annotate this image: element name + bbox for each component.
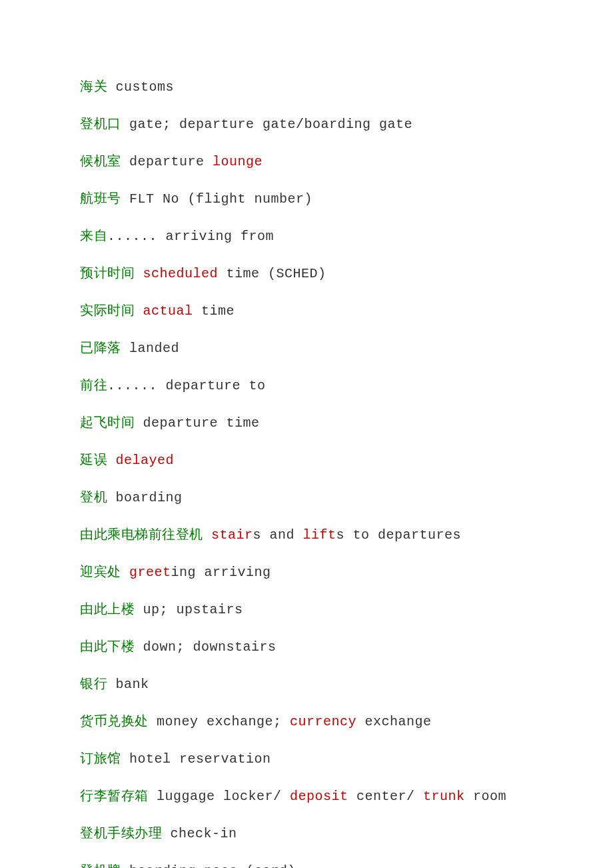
english-term <box>121 565 130 580</box>
chinese-term: 登机牌 <box>80 863 121 868</box>
english-term: s to departures <box>336 527 462 543</box>
english-term <box>107 453 116 468</box>
english-term: boarding pass (card) <box>121 863 297 868</box>
chinese-term: 订旅馆 <box>80 751 121 765</box>
highlighted-word: actual <box>143 303 193 319</box>
highlighted-word: trunk <box>423 789 465 804</box>
chinese-term: 行李暂存箱 <box>80 788 149 803</box>
chinese-term: 登机 <box>80 489 107 504</box>
chinese-term: 候机室 <box>80 153 121 168</box>
vocab-line: 前往...... departure to <box>80 375 533 395</box>
vocab-line: 登机口 gate; departure gate/boarding gate <box>80 114 533 134</box>
english-term: room <box>465 789 507 804</box>
chinese-term: 航班号 <box>80 191 121 205</box>
chinese-term: 海关 <box>80 79 107 93</box>
highlighted-word: scheduled <box>143 266 219 281</box>
vocab-line: 起飞时间 departure time <box>80 413 533 433</box>
highlighted-word: lounge <box>213 154 263 169</box>
highlighted-word: lift <box>303 527 336 543</box>
vocab-line: 延误 delayed <box>80 450 533 470</box>
highlighted-word: greet <box>129 565 171 580</box>
english-term: up; upstairs <box>135 602 243 617</box>
english-term: check-in <box>162 826 237 841</box>
english-term: time (SCHED) <box>218 266 326 281</box>
english-term: exchange <box>356 714 432 729</box>
english-term: hotel reservation <box>121 751 271 767</box>
vocab-line: 候机室 departure lounge <box>80 151 533 171</box>
vocab-line: 登机 boarding <box>80 487 533 507</box>
english-term: ...... departure to <box>107 378 266 393</box>
chinese-term: 登机手续办理 <box>80 825 162 840</box>
english-term: departure time <box>135 415 260 431</box>
highlighted-word: currency <box>290 714 356 729</box>
vocab-line: 实际时间 actual time <box>80 301 533 321</box>
vocab-line: 货币兑换处 money exchange; currency exchange <box>80 711 533 731</box>
vocab-line: 登机牌 boarding pass (card) <box>80 861 533 868</box>
vocab-line: 海关 customs <box>80 77 533 97</box>
vocab-line: 由此乘电梯前往登机 stairs and lifts to departures <box>80 525 533 545</box>
vocab-line: 预计时间 scheduled time (SCHED) <box>80 263 533 283</box>
english-term: boarding <box>107 490 183 505</box>
vocab-line: 由此下楼 down; downstairs <box>80 637 533 657</box>
vocab-line: 由此上楼 up; upstairs <box>80 599 533 619</box>
chinese-term: 由此上楼 <box>80 601 135 616</box>
chinese-term: 由此乘电梯前往登机 <box>80 527 203 541</box>
chinese-term: 前往 <box>80 377 107 392</box>
english-term: departure <box>121 154 213 169</box>
english-term: money exchange; <box>149 714 291 729</box>
vocab-line: 航班号 FLT No (flight number) <box>80 189 533 209</box>
vocab-line: 迎宾处 greeting arriving <box>80 562 533 582</box>
highlighted-word: delayed <box>116 453 175 468</box>
highlighted-word: deposit <box>290 789 348 804</box>
chinese-term: 预计时间 <box>80 265 135 280</box>
document-page: 海关 customs登机口 gate; departure gate/board… <box>0 0 613 868</box>
english-term: ing arriving <box>171 565 271 580</box>
english-term: s and <box>253 527 303 543</box>
vocab-line: 登机手续办理 check-in <box>80 823 533 843</box>
vocab-line: 行李暂存箱 luggage locker/ deposit center/ tr… <box>80 786 533 806</box>
english-term: time <box>193 303 235 319</box>
english-term: luggage locker/ <box>149 789 291 804</box>
chinese-term: 登机口 <box>80 116 121 131</box>
chinese-term: 实际时间 <box>80 303 135 317</box>
english-term: ...... arriving from <box>107 229 274 244</box>
english-term <box>135 303 143 319</box>
chinese-term: 已降落 <box>80 340 121 355</box>
chinese-term: 迎宾处 <box>80 564 121 579</box>
english-term: bank <box>107 677 149 692</box>
chinese-term: 货币兑换处 <box>80 713 149 728</box>
chinese-term: 延误 <box>80 452 107 467</box>
english-term <box>135 266 143 281</box>
english-term: center/ <box>348 789 424 804</box>
chinese-term: 银行 <box>80 676 107 691</box>
chinese-term: 来自 <box>80 228 107 243</box>
english-term: customs <box>107 79 174 95</box>
english-term <box>203 527 212 543</box>
vocab-line: 来自...... arriving from <box>80 226 533 246</box>
english-term: landed <box>121 341 180 356</box>
vocab-line: 已降落 landed <box>80 338 533 358</box>
english-term: FLT No (flight number) <box>121 191 313 207</box>
english-term: gate; departure gate/boarding gate <box>121 117 413 132</box>
highlighted-word: stair <box>211 527 253 543</box>
chinese-term: 由此下楼 <box>80 639 135 653</box>
english-term: down; downstairs <box>135 639 277 655</box>
vocab-line: 银行 bank <box>80 674 533 694</box>
chinese-term: 起飞时间 <box>80 415 135 429</box>
vocab-line: 订旅馆 hotel reservation <box>80 749 533 769</box>
